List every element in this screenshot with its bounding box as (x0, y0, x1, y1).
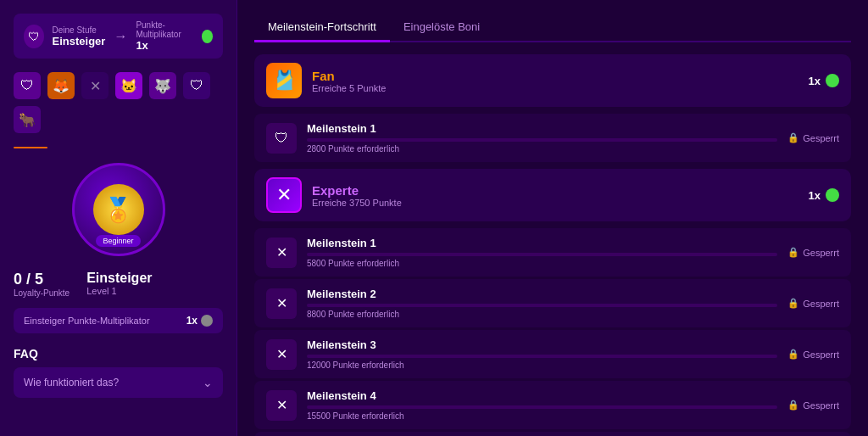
experte-milestone-name-2: Meilenstein 2 (307, 288, 777, 300)
fan-green-dot (826, 74, 839, 87)
badge-fox[interactable]: 🦊 (47, 72, 75, 99)
fan-icon: 🎽 (266, 63, 302, 98)
experte-milestone-icon-3: ✕ (266, 339, 297, 370)
fan-reward-value: 1x (809, 75, 821, 87)
stats-row: 0 / 5 Loyalty-Punkte Einsteiger Level 1 (14, 271, 223, 298)
experte-milestone-lock-4: 🔒 Gesperrt (787, 400, 839, 411)
points-block: 0 / 5 Loyalty-Punkte (14, 271, 70, 298)
points-value: 0 / 5 (14, 271, 70, 288)
experte-icon: ✕ (266, 177, 302, 213)
faq-item[interactable]: Wie funktioniert das? ⌄ (14, 367, 223, 398)
left-panel: 🛡 Deine Stufe Einsteiger → Punkte-Multip… (0, 0, 237, 436)
right-panel: Meilenstein-Fortschritt Eingelöste Boni … (237, 0, 868, 436)
fan-milestone-lock: 🔒 Gesperrt (787, 132, 839, 143)
lock-icon: 🔒 (787, 247, 799, 258)
experte-milestone-name-4: Meilenstein 4 (307, 389, 777, 402)
multiplier-row-value: 1x (186, 315, 198, 327)
badge-wolf[interactable]: 🐺 (149, 72, 176, 99)
badge-bull[interactable]: 🐂 (14, 106, 41, 133)
badge-shield[interactable]: 🛡 (14, 72, 41, 99)
fan-reward: 1x (809, 74, 839, 87)
experte-milestone-bar-3 (307, 355, 777, 358)
level-value: Einsteiger (53, 35, 106, 48)
level-bar: 🛡 Deine Stufe Einsteiger → Punkte-Multip… (14, 14, 223, 59)
experte-milestone-3: ✕ Meilenstein 3 12000 Punkte erforderlic… (254, 330, 851, 378)
experte-category-header: ✕ Experte Erreiche 3750 Punkte 1x (254, 169, 851, 221)
tab-eingeloest[interactable]: Eingelöste Boni (390, 14, 493, 42)
einsteiger-name: Einsteiger (86, 271, 152, 286)
experte-milestone-2: ✕ Meilenstein 2 8800 Punkte erforderlich… (254, 279, 851, 327)
avatar-area: 🏅 Beginner (14, 159, 223, 260)
badge-shield2[interactable]: 🛡 (183, 72, 210, 99)
divider (14, 147, 47, 148)
fan-milestone-1: 🛡 Meilenstein 1 2800 Punkte erforderlich… (254, 114, 851, 162)
multiplier-value: 1x (136, 39, 198, 52)
experte-milestone-name-3: Meilenstein 3 (307, 338, 777, 351)
experte-milestone-bar-1 (307, 253, 777, 256)
experte-reward-value: 1x (809, 189, 821, 202)
multiplier-row-text: Einsteiger Punkte-Multiplikator (24, 316, 150, 326)
fan-milestone-bar (307, 138, 777, 142)
lock-icon: 🔒 (787, 349, 799, 360)
lock-icon: 🔒 (787, 298, 799, 309)
experte-milestone-icon-1: ✕ (266, 238, 297, 268)
experte-milestone-points-2: 8800 Punkte erforderlich (307, 310, 777, 319)
experte-milestone-points-3: 12000 Punkte erforderlich (307, 361, 777, 370)
experte-milestone-5: ✕ Meilenstein 5 19500 Punkte erforderlic… (254, 432, 851, 436)
multiplier-badge: Punkte-Multiplikator 1x (136, 20, 213, 52)
experte-milestone-bar-4 (307, 405, 777, 409)
fan-subtitle: Erreiche 5 Punkte (312, 83, 386, 93)
badge-row: 🛡 🦊 ✕ 🐱 🐺 🛡 🐂 (14, 69, 223, 137)
experte-reward: 1x (809, 188, 839, 202)
arrow-icon: → (114, 29, 127, 44)
experte-milestone-icon-4: ✕ (266, 390, 297, 421)
fan-milestone-points: 2800 Punkte erforderlich (307, 144, 777, 154)
experte-milestone-lock-2: 🔒 Gesperrt (787, 298, 839, 309)
experte-title: Experte (312, 183, 402, 198)
fan-category-header: 🎽 Fan Erreiche 5 Punkte 1x (254, 54, 851, 107)
green-dot-icon (202, 30, 213, 43)
fan-milestone-name: Meilenstein 1 (307, 122, 777, 135)
grey-dot-icon (201, 315, 213, 327)
faq-question: Wie funktioniert das? (24, 377, 119, 388)
badge-cat[interactable]: 🐱 (115, 72, 142, 99)
loyalty-label: Loyalty-Punkte (14, 288, 70, 298)
level-sub: Level 1 (86, 286, 152, 296)
beginner-label: Beginner (96, 235, 140, 247)
lock-icon: 🔒 (787, 132, 799, 143)
faq-title: FAQ (14, 347, 223, 361)
experte-milestone-4: ✕ Meilenstein 4 15500 Punkte erforderlic… (254, 381, 851, 429)
experte-green-dot (826, 188, 839, 202)
multiplier-row: Einsteiger Punkte-Multiplikator 1x (14, 308, 223, 333)
tab-meilenstein[interactable]: Meilenstein-Fortschritt (254, 14, 390, 42)
experte-milestone-name-1: Meilenstein 1 (307, 237, 777, 249)
badge-cross[interactable]: ✕ (81, 72, 108, 99)
experte-milestone-bar-2 (307, 304, 777, 307)
fan-title: Fan (312, 69, 386, 83)
faq-section: FAQ Wie funktioniert das? ⌄ (14, 347, 223, 398)
experte-milestone-lock-3: 🔒 Gesperrt (787, 349, 839, 360)
tabs: Meilenstein-Fortschritt Eingelöste Boni (254, 14, 851, 42)
chevron-down-icon: ⌄ (203, 376, 213, 389)
lock-icon: 🔒 (787, 400, 799, 411)
fan-milestone-icon: 🛡 (266, 123, 297, 154)
experte-milestone-icon-2: ✕ (266, 288, 297, 319)
experte-subtitle: Erreiche 3750 Punkte (312, 198, 402, 208)
your-level-label: Deine Stufe (53, 25, 106, 35)
multiplier-row-badge: 1x (186, 315, 213, 327)
experte-milestone-points-4: 15500 Punkte erforderlich (307, 411, 777, 421)
experte-milestones: ✕ Meilenstein 1 5800 Punkte erforderlich… (254, 228, 851, 436)
einsteiger-block: Einsteiger Level 1 (86, 271, 152, 296)
avatar-icon: 🏅 (93, 184, 144, 235)
experte-milestone-1: ✕ Meilenstein 1 5800 Punkte erforderlich… (254, 228, 851, 277)
experte-milestone-points-1: 5800 Punkte erforderlich (307, 259, 777, 268)
experte-milestone-lock-1: 🔒 Gesperrt (787, 247, 839, 258)
multiplier-label: Punkte-Multiplikator (136, 20, 198, 39)
shield-icon: 🛡 (24, 25, 44, 48)
avatar-circle: 🏅 Beginner (72, 163, 165, 256)
